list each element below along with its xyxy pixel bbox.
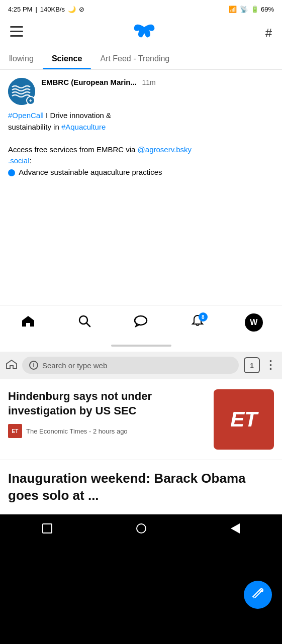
news-thumbnail-et: ET bbox=[214, 389, 274, 450]
bottom-nav: 8 W bbox=[0, 305, 282, 340]
hashtag-button[interactable]: # bbox=[265, 26, 272, 40]
avatar-container: + bbox=[8, 78, 35, 105]
nav-profile[interactable]: W bbox=[243, 311, 265, 334]
nav-home[interactable] bbox=[17, 311, 39, 334]
status-left: 4:25 PM | 140KB/s 🌙 ⊘ bbox=[8, 6, 84, 13]
et-source-logo: ET bbox=[8, 424, 22, 438]
bluesky-app: # llowing Science Art Feed - Trending bbox=[0, 18, 282, 340]
nav-chat[interactable] bbox=[130, 311, 152, 334]
tabs-container: llowing Science Art Feed - Trending bbox=[0, 48, 282, 70]
bullet-icon bbox=[8, 169, 15, 176]
news-source-text: The Economic Times - 2 hours ago bbox=[26, 427, 128, 435]
profile-avatar: W bbox=[245, 313, 263, 332]
battery-icon: 🔋 69% bbox=[251, 6, 274, 13]
compose-icon bbox=[251, 587, 264, 603]
et-thumbnail-logo: ET bbox=[230, 407, 257, 432]
app-header: # bbox=[0, 18, 282, 48]
hashtag-aquaculture[interactable]: #Aquaculture bbox=[61, 123, 106, 131]
bluesky-logo bbox=[133, 23, 155, 43]
chat-icon bbox=[134, 314, 148, 331]
svg-line-6 bbox=[86, 323, 90, 327]
tab-artfeed[interactable]: Art Feed - Trending bbox=[91, 48, 178, 69]
post-author: EMBRC (European Marin... bbox=[41, 78, 137, 86]
post-header: + EMBRC (European Marin... 11m bbox=[8, 78, 274, 105]
home-circle-icon bbox=[136, 523, 146, 533]
post-author-line: EMBRC (European Marin... 11m bbox=[41, 78, 274, 87]
news-title-hindenburg: Hindenburg says not under investigation … bbox=[8, 389, 206, 418]
status-right: 📶 📡 🔋 69% bbox=[229, 6, 274, 13]
browser-section: i Search or type web 1 ⋮ Hindenburg says… bbox=[0, 352, 282, 514]
search-placeholder-text: Search or type web bbox=[42, 361, 107, 370]
svg-rect-0 bbox=[10, 26, 23, 28]
browser-menu-button[interactable]: ⋮ bbox=[265, 359, 276, 372]
swipe-indicator bbox=[0, 340, 282, 352]
avatar-plus-button[interactable]: + bbox=[26, 96, 35, 105]
back-triangle-icon bbox=[231, 523, 240, 533]
notification-badge: 8 bbox=[199, 312, 208, 321]
status-bar: 4:25 PM | 140KB/s 🌙 ⊘ 📶 📡 🔋 69% bbox=[0, 0, 282, 18]
dnd-icon: ⊘ bbox=[79, 6, 84, 13]
news-item-hindenburg[interactable]: Hindenburg says not under investigation … bbox=[8, 379, 274, 460]
nav-notifications[interactable]: 8 bbox=[186, 311, 209, 334]
nav-search[interactable] bbox=[73, 311, 96, 334]
browser-search-bar[interactable]: i Search or type web bbox=[22, 357, 239, 374]
moon-icon: 🌙 bbox=[68, 6, 76, 13]
compose-fab-button[interactable] bbox=[244, 581, 272, 609]
feed-content: + EMBRC (European Marin... 11m #OpenCall… bbox=[0, 70, 282, 305]
info-icon: i bbox=[29, 361, 38, 370]
android-home-button[interactable] bbox=[132, 519, 150, 538]
news-text-hindenburg: Hindenburg says not under investigation … bbox=[8, 389, 206, 438]
recents-square-icon bbox=[42, 523, 52, 533]
news-item-inauguration[interactable]: Inauguration weekend: Barack Obama goes … bbox=[8, 460, 274, 514]
tab-science[interactable]: Science bbox=[43, 48, 91, 69]
android-nav-bar bbox=[0, 514, 282, 543]
hashtag-opencall[interactable]: #OpenCall bbox=[8, 111, 44, 120]
wifi-icon: 📡 bbox=[240, 6, 248, 13]
android-recents-button[interactable] bbox=[38, 519, 56, 538]
news-content: Hindenburg says not under investigation … bbox=[0, 379, 282, 514]
news-source-row: ET The Economic Times - 2 hours ago bbox=[8, 424, 206, 438]
browser-home-button[interactable] bbox=[6, 359, 17, 372]
android-back-button[interactable] bbox=[226, 519, 244, 538]
tab-count-button[interactable]: 1 bbox=[244, 357, 260, 373]
search-icon bbox=[78, 314, 91, 331]
post-meta: EMBRC (European Marin... 11m bbox=[41, 78, 274, 87]
svg-rect-2 bbox=[10, 35, 23, 37]
swipe-bar bbox=[111, 345, 171, 347]
browser-toolbar: i Search or type web 1 ⋮ bbox=[0, 352, 282, 379]
status-data: | bbox=[35, 6, 37, 13]
signal-icon: 📶 bbox=[229, 6, 237, 13]
svg-rect-1 bbox=[10, 31, 23, 32]
menu-button[interactable] bbox=[10, 26, 23, 40]
status-data-speed: 140KB/s bbox=[40, 6, 65, 13]
news-title-inauguration: Inauguration weekend: Barack Obama goes … bbox=[8, 470, 274, 504]
post-text: #OpenCall I Drive innovation & sustainab… bbox=[8, 110, 274, 178]
post-time: 11m bbox=[142, 78, 155, 86]
tab-following[interactable]: llowing bbox=[0, 48, 43, 69]
home-icon bbox=[21, 314, 35, 331]
status-time: 4:25 PM bbox=[8, 6, 32, 13]
